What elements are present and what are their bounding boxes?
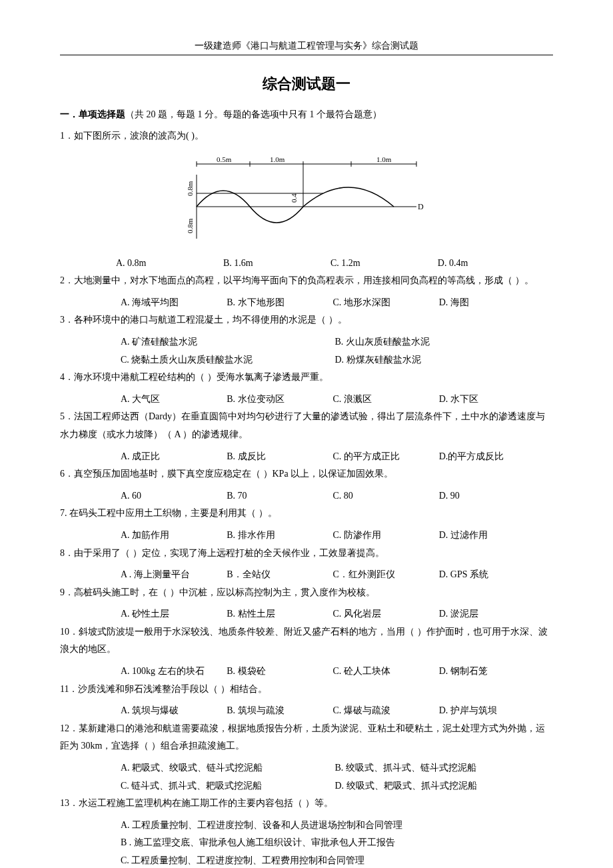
- q2-opt-a: A. 海域平均图: [121, 294, 225, 312]
- q7-opt-a: A. 加筋作用: [121, 527, 225, 545]
- q2-opt-b: B. 水下地形图: [227, 294, 330, 312]
- q5-opt-b: B. 成反比: [227, 448, 330, 466]
- q11-opt-d: D. 护岸与筑坝: [439, 702, 543, 720]
- q6-opt-b: B. 70: [227, 487, 330, 505]
- q12-opt-b: B. 绞吸式、抓斗式、链斗式挖泥船: [335, 759, 547, 777]
- q4-opt-d: D. 水下区: [439, 391, 543, 409]
- q6-opt-c: C. 80: [333, 487, 437, 505]
- q6-options: A. 60 B. 70 C. 80 D. 90: [60, 487, 553, 505]
- q4-opt-b: B. 水位变动区: [227, 391, 330, 409]
- q3-stem: 3．各种环境中的港口与航道工程混凝土，均不得使用的水泥是（ ）。: [60, 311, 553, 329]
- q3-options: A. 矿渣硅酸盐水泥 B. 火山灰质硅酸盐水泥 C. 烧黏土质火山灰质硅酸盐水泥…: [60, 333, 553, 369]
- q11-opt-b: B. 筑坝与疏浚: [227, 702, 330, 720]
- q1-diagram: 0.5m 1.0m 1.0m 0.4 0.8m 0.8m D: [60, 155, 553, 248]
- q13-opt-a: A. 工程质量控制、工程进度控制、设备和人员进退场控制和合同管理: [121, 817, 553, 835]
- q8-opt-d: D. GPS 系统: [439, 566, 543, 584]
- q3-opt-a: A. 矿渣硅酸盐水泥: [121, 333, 332, 351]
- q5-stem: 5．法国工程师达西（Dardy）在垂直圆筒中对均匀砂进行了大量的渗透试验，得出了…: [60, 408, 553, 443]
- q11-opt-c: C. 爆破与疏浚: [333, 702, 437, 720]
- q7-opt-d: D. 过滤作用: [439, 527, 543, 545]
- q5-opt-a: A. 成正比: [121, 448, 225, 466]
- q10-opt-d: D. 钢制石笼: [439, 663, 543, 681]
- section-rest: （共 20 题，每题 1 分。每题的备选项中只有 1 个最符合题意）: [125, 109, 382, 119]
- q1-opt-c: C. 1.2m: [330, 255, 435, 273]
- q8-opt-a: A . 海上测量平台: [121, 566, 225, 584]
- q7-stem: 7. 在码头工程中应用土工织物，主要是利用其（ ）。: [60, 505, 553, 523]
- q10-opt-b: B. 模袋砼: [227, 663, 330, 681]
- q4-opt-a: A. 大气区: [121, 391, 225, 409]
- dim-1-0m-a: 1.0m: [270, 155, 285, 163]
- q2-opt-d: D. 海图: [439, 294, 543, 312]
- q5-opt-d: D.的平方成反比: [439, 448, 543, 466]
- q1-options: A. 0.8m B. 1.6m C. 1.2m D. 0.4m: [60, 255, 553, 273]
- q1-opt-b: B. 1.6m: [223, 255, 328, 273]
- q7-opt-c: C. 防渗作用: [333, 527, 437, 545]
- q7-options: A. 加筋作用 B. 排水作用 C. 防渗作用 D. 过滤作用: [60, 527, 553, 545]
- q10-opt-c: C. 砼人工块体: [333, 663, 437, 681]
- q12-opt-c: C. 链斗式、抓斗式、耙吸式挖泥船: [121, 777, 332, 795]
- q8-opt-c: C．红外测距仪: [333, 566, 437, 584]
- q13-options: A. 工程质量控制、工程进度控制、设备和人员进退场控制和合同管理 B . 施工监…: [60, 817, 553, 868]
- q2-options: A. 海域平均图 B. 水下地形图 C. 地形水深图 D. 海图: [60, 294, 553, 312]
- q9-stem: 9．高桩码头施工时，在（ ）中沉桩，应以标高控制为主，贯入度作为校核。: [60, 584, 553, 602]
- q5-opt-c: C. 的平方成正比: [333, 448, 437, 466]
- q8-options: A . 海上测量平台 B．全站仪 C．红外测距仪 D. GPS 系统: [60, 566, 553, 584]
- page-header: 一级建造师《港口与航道工程管理与实务》综合测试题: [60, 40, 553, 55]
- q12-opt-a: A. 耙吸式、绞吸式、链斗式挖泥船: [121, 759, 332, 777]
- q6-stem: 6．真空预压加固地基时，膜下真空度应稳定在（ ）KPa 以上，以保证加固效果。: [60, 465, 553, 483]
- q8-opt-b: B．全站仪: [227, 566, 330, 584]
- q7-opt-b: B. 排水作用: [227, 527, 330, 545]
- q10-stem: 10．斜坡式防波堤一般用于水深较浅、地质条件较差、附近又盛产石料的地方，当用（ …: [60, 623, 553, 659]
- q1-stem: 1．如下图所示，波浪的波高为( )。: [60, 127, 553, 145]
- q3-opt-c: C. 烧黏土质火山灰质硅酸盐水泥: [121, 351, 332, 369]
- q12-options: A. 耙吸式、绞吸式、链斗式挖泥船 B. 绞吸式、抓斗式、链斗式挖泥船 C. 链…: [60, 759, 553, 795]
- q11-opt-a: A. 筑坝与爆破: [121, 702, 225, 720]
- q12-opt-d: D. 绞吸式、耙吸式、抓斗式挖泥船: [335, 777, 547, 795]
- q3-opt-b: B. 火山灰质硅酸盐水泥: [335, 333, 547, 351]
- q9-options: A. 砂性土层 B. 粘性土层 C. 风化岩层 D. 淤泥层: [60, 605, 553, 623]
- q9-opt-b: B. 粘性土层: [227, 605, 330, 623]
- q9-opt-c: C. 风化岩层: [333, 605, 437, 623]
- q13-opt-c: C. 工程质量控制、工程进度控制、工程费用控制和合同管理: [121, 852, 553, 868]
- q10-options: A. 100kg 左右的块石 B. 模袋砼 C. 砼人工块体 D. 钢制石笼: [60, 663, 553, 681]
- dim-0-4: 0.4: [290, 193, 298, 202]
- q5-options: A. 成正比 B. 成反比 C. 的平方成正比 D.的平方成反比: [60, 448, 553, 466]
- label-d: D: [418, 202, 424, 211]
- q2-opt-c: C. 地形水深图: [333, 294, 437, 312]
- q1-opt-a: A. 0.8m: [116, 255, 221, 273]
- q4-opt-c: C. 浪溅区: [333, 391, 437, 409]
- q11-stem: 11．沙质浅滩和卵石浅滩整治手段以（ ）相结合。: [60, 681, 553, 699]
- q11-options: A. 筑坝与爆破 B. 筑坝与疏浚 C. 爆破与疏浚 D. 护岸与筑坝: [60, 702, 553, 720]
- q13-stem: 13．水运工程施工监理机构在施工期工作的主要内容包括（ ）等。: [60, 795, 553, 813]
- q12-stem: 12．某新建港口的港池和航道需要疏浚，根据地质报告分析，土质为淤泥、亚粘土和硬粘…: [60, 720, 553, 755]
- page-title: 综合测试题一: [60, 74, 553, 94]
- q2-stem: 2．大地测量中，对水下地面点的高程，以平均海平面向下的负高程表示，用连接相同负高…: [60, 272, 553, 290]
- q6-opt-a: A. 60: [121, 487, 225, 505]
- q6-opt-d: D. 90: [439, 487, 543, 505]
- q1-opt-d: D. 0.4m: [438, 255, 542, 273]
- q8-stem: 8．由于采用了（ ）定位，实现了海上远程打桩的全天候作业，工效显著提高。: [60, 545, 553, 563]
- dim-0-8m-dn: 0.8m: [186, 218, 194, 233]
- q4-stem: 4．海水环境中港航工程砼结构的（ ）受海水氯离子渗透最严重。: [60, 369, 553, 387]
- q4-options: A. 大气区 B. 水位变动区 C. 浪溅区 D. 水下区: [60, 391, 553, 409]
- section-bold: 一．单项选择题: [60, 109, 125, 119]
- dim-0-8m-up: 0.8m: [186, 181, 194, 196]
- q3-opt-d: D. 粉煤灰硅酸盐水泥: [335, 351, 547, 369]
- q9-opt-d: D. 淤泥层: [439, 605, 543, 623]
- q10-opt-a: A. 100kg 左右的块石: [121, 663, 225, 681]
- q13-opt-b: B . 施工监理交底、审批承包人施工组织设计、审批承包人开工报告: [121, 834, 553, 852]
- dim-0-5m: 0.5m: [217, 155, 232, 163]
- dim-1-0m-b: 1.0m: [376, 155, 392, 163]
- q9-opt-a: A. 砂性土层: [121, 605, 225, 623]
- section-label: 一．单项选择题（共 20 题，每题 1 分。每题的备选项中只有 1 个最符合题意…: [60, 109, 553, 121]
